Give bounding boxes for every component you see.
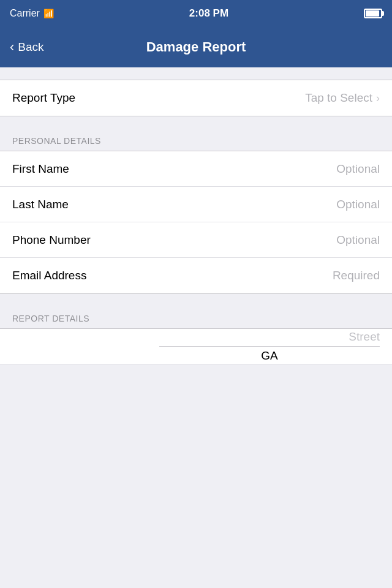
email-address-value: Required — [333, 269, 380, 282]
first-name-row[interactable]: First Name Optional — [0, 151, 392, 187]
phone-number-row[interactable]: Phone Number Optional — [0, 222, 392, 258]
email-address-label: Email Address — [12, 269, 86, 282]
battery-icon — [364, 9, 382, 18]
status-time: 2:08 PM — [189, 7, 228, 20]
page-title: Damage Report — [146, 39, 246, 55]
back-button[interactable]: ‹ Back — [10, 39, 44, 55]
personal-details-header: PERSONAL DETAILS — [0, 116, 392, 151]
wifi-icon: 📶 — [43, 9, 54, 18]
report-details-header: REPORT DETAILS — [0, 294, 392, 328]
phone-number-label: Phone Number — [12, 233, 91, 247]
street-row[interactable]: Street GA — [0, 329, 392, 364]
last-name-row[interactable]: Last Name Optional — [0, 187, 392, 222]
last-name-value: Optional — [336, 198, 380, 211]
last-name-label: Last Name — [12, 198, 69, 211]
first-name-label: First Name — [12, 162, 69, 176]
report-type-row[interactable]: Report Type Tap to Select › — [0, 80, 392, 116]
carrier-wifi: Carrier 📶 — [10, 8, 54, 19]
street-input-container: Street GA — [12, 330, 380, 363]
report-type-value: Tap to Select › — [305, 91, 380, 105]
back-label: Back — [18, 40, 43, 54]
first-name-value: Optional — [336, 162, 380, 176]
top-spacer — [0, 67, 392, 80]
report-details-header-text: REPORT DETAILS — [12, 314, 89, 323]
street-placeholder: Street — [349, 330, 380, 346]
phone-number-value: Optional — [336, 233, 380, 247]
personal-details-section: First Name Optional Last Name Optional P… — [0, 151, 392, 294]
personal-details-header-text: PERSONAL DETAILS — [12, 136, 101, 146]
carrier-label: Carrier — [10, 8, 40, 19]
report-type-section: Report Type Tap to Select › — [0, 80, 392, 116]
nav-bar: ‹ Back Damage Report — [0, 27, 392, 67]
state-value: GA — [159, 346, 380, 363]
report-type-chevron-icon: › — [376, 92, 380, 105]
status-bar: Carrier 📶 2:08 PM — [0, 0, 392, 27]
report-type-label: Report Type — [12, 91, 75, 105]
back-chevron-icon: ‹ — [10, 39, 14, 55]
report-details-section: Street GA — [0, 328, 392, 364]
email-address-row[interactable]: Email Address Required — [0, 258, 392, 293]
